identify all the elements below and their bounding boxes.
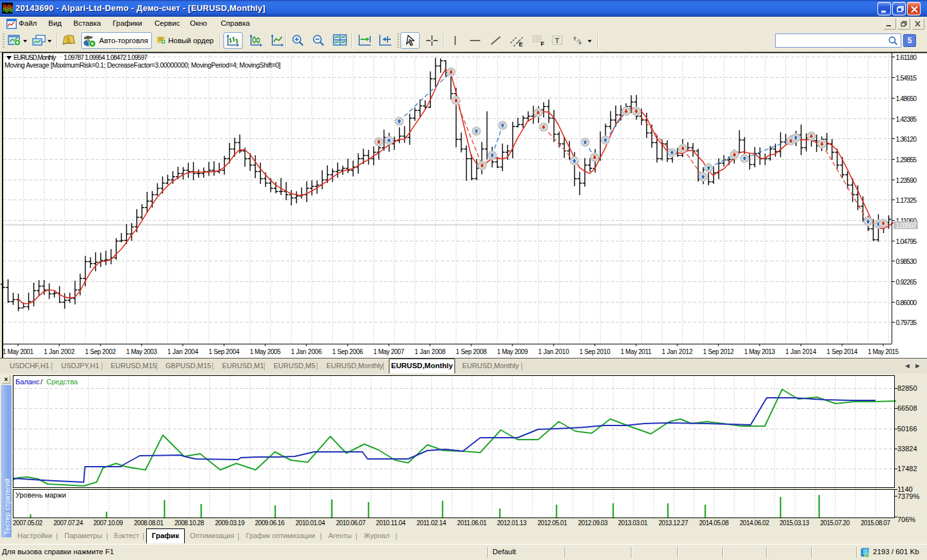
svg-text:17482: 17482: [897, 465, 917, 472]
svg-text:EURUSD,Monthly: EURUSD,Monthly: [14, 54, 56, 61]
svg-text:Баланс: Баланс: [15, 378, 40, 386]
svg-text:Средства: Средства: [46, 378, 79, 386]
svg-text:1.54915: 1.54915: [896, 74, 917, 82]
svg-text:2009.03.19: 2009.03.19: [215, 519, 245, 527]
svg-text:1 Sep 2010: 1 Sep 2010: [579, 348, 610, 355]
svg-text:0.79735: 0.79735: [896, 319, 917, 326]
svg-text:2007.05.02: 2007.05.02: [13, 519, 42, 527]
svg-text:1 Jan 2008: 1 Jan 2008: [415, 348, 445, 355]
svg-text:2015.08.07: 2015.08.07: [861, 519, 890, 527]
svg-text:1.29855: 1.29855: [896, 156, 917, 163]
svg-text:2012.01.13: 2012.01.13: [497, 519, 527, 527]
svg-text:1.04795: 1.04795: [896, 238, 917, 245]
svg-text:1.09787 1.09954 1.08472 1.0959: 1.09787 1.09954 1.08472 1.09597: [64, 54, 147, 61]
svg-text:2011.06.01: 2011.06.01: [457, 519, 487, 527]
svg-text:1 Jan 2004: 1 Jan 2004: [167, 348, 198, 355]
svg-text:1 Sep 2004: 1 Sep 2004: [209, 348, 239, 355]
svg-text:706%: 706%: [897, 516, 915, 523]
svg-text:1 Sep 2014: 1 Sep 2014: [827, 348, 857, 355]
svg-text:1 May 2003: 1 May 2003: [126, 348, 157, 355]
svg-text:2009.06.16: 2009.06.16: [255, 519, 285, 527]
svg-text:1 May 2009: 1 May 2009: [497, 348, 528, 355]
svg-text:1.36120: 1.36120: [896, 135, 917, 143]
svg-text:T: T: [555, 37, 559, 44]
svg-text:0.86000: 0.86000: [896, 299, 917, 306]
svg-text:1 May 2007: 1 May 2007: [373, 348, 404, 355]
svg-text:1 May 2005: 1 May 2005: [250, 348, 281, 355]
svg-text:1 Jan 2012: 1 Jan 2012: [662, 348, 693, 355]
svg-text:50166: 50166: [897, 425, 917, 433]
svg-text:Moving Average [MaximumRisk=0.: Moving Average [MaximumRisk=0.1; Decreas…: [5, 61, 281, 69]
svg-text:0.98530: 0.98530: [896, 257, 917, 265]
svg-text:7379%: 7379%: [897, 492, 919, 500]
svg-text:2010.06.07: 2010.06.07: [336, 519, 366, 527]
svg-text:1.61180: 1.61180: [896, 53, 917, 61]
svg-text:1.48650: 1.48650: [896, 95, 917, 102]
svg-text:1 Jan 2006: 1 Jan 2006: [291, 348, 322, 355]
svg-text:E: E: [519, 41, 523, 48]
svg-text:66508: 66508: [897, 404, 917, 412]
svg-text:1 Sep 2012: 1 Sep 2012: [703, 348, 734, 355]
svg-text:1 Sep 2002: 1 Sep 2002: [85, 348, 116, 355]
svg-text:2008.10.28: 2008.10.28: [174, 519, 204, 527]
svg-text:1 Jan 2010: 1 Jan 2010: [538, 348, 569, 355]
svg-text:2010.11.04: 2010.11.04: [376, 519, 406, 527]
svg-text:1 May 2013: 1 May 2013: [744, 348, 775, 355]
svg-text:2012.05.01: 2012.05.01: [538, 519, 567, 527]
svg-text:2015.07.20: 2015.07.20: [820, 519, 850, 527]
svg-text:1 Jan 2014: 1 Jan 2014: [785, 348, 816, 355]
svg-text:2014.06.02: 2014.06.02: [740, 519, 769, 527]
svg-text:1.23590: 1.23590: [896, 176, 917, 184]
svg-text:2013.12.27: 2013.12.27: [659, 519, 688, 527]
svg-text:Уровень маржи: Уровень маржи: [15, 491, 66, 499]
svg-text:2010.01.04: 2010.01.04: [295, 519, 325, 527]
svg-text:0.92265: 0.92265: [896, 278, 917, 286]
svg-text:2007.07.24: 2007.07.24: [53, 519, 83, 527]
svg-text:1 Jan 2002: 1 Jan 2002: [44, 348, 75, 355]
svg-text:1 May 2011: 1 May 2011: [621, 348, 651, 355]
svg-text:33824: 33824: [897, 445, 917, 453]
svg-text:1 Sep 2008: 1 Sep 2008: [456, 348, 487, 355]
svg-text:2011.02.14: 2011.02.14: [417, 519, 446, 527]
svg-text:1.17325: 1.17325: [896, 196, 917, 204]
svg-text:82850: 82850: [897, 384, 917, 392]
svg-text:1 May 2015: 1 May 2015: [868, 348, 899, 355]
svg-text:2014.05.08: 2014.05.08: [699, 519, 729, 527]
svg-text:F: F: [541, 41, 545, 47]
svg-text:1 May 2001: 1 May 2001: [3, 348, 33, 355]
svg-text:5: 5: [66, 36, 70, 43]
svg-text:Тестер стратегий: Тестер стратегий: [3, 478, 11, 535]
svg-text:2007.10.09: 2007.10.09: [93, 519, 123, 527]
svg-text:1.09597: 1.09597: [895, 221, 917, 229]
svg-text:2013.03.01: 2013.03.01: [618, 519, 648, 527]
svg-text:2008.08.01: 2008.08.01: [134, 519, 164, 527]
svg-text:2012.09.03: 2012.09.03: [578, 519, 608, 527]
svg-text:1.42385: 1.42385: [896, 115, 917, 123]
svg-text:1 Sep 2006: 1 Sep 2006: [332, 348, 363, 355]
svg-text:2015.03.13: 2015.03.13: [780, 519, 809, 527]
